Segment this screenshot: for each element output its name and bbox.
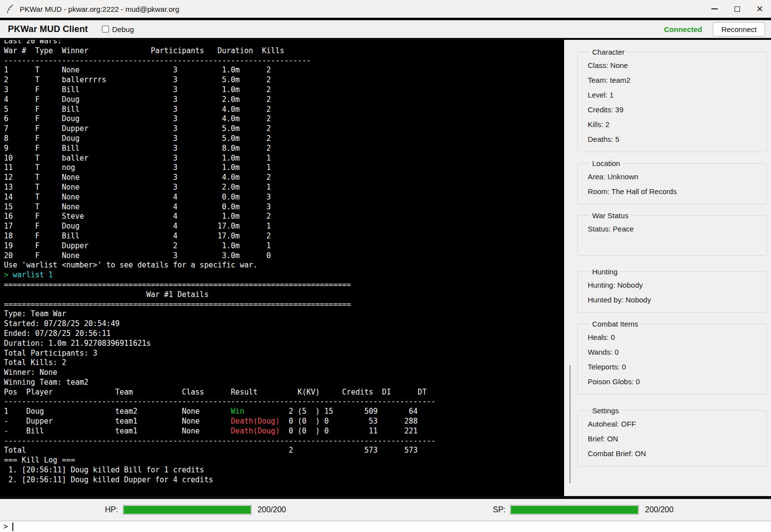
character-team: Team: team2	[588, 73, 763, 88]
war-detail-field: Started: 07/28/25 20:54:49	[4, 319, 564, 329]
war-table-row: 9 F Bill 3 8.0m 2	[4, 144, 564, 154]
war-table-row: 4 F Doug 3 2.0m 2	[4, 95, 564, 105]
war-table-row: 10 T baller 3 1.0m 1	[4, 154, 564, 164]
reconnect-button[interactable]: Reconnect	[713, 22, 765, 36]
app-title: PKWar MUD Client	[8, 24, 88, 34]
close-icon: ✕	[756, 5, 763, 13]
minimize-icon	[711, 8, 718, 9]
terminal-line: ----------------------------------------…	[4, 56, 564, 66]
panel-title-hunting: Hunting	[590, 267, 620, 276]
war-details-title: War #1 Details	[4, 290, 564, 300]
close-button[interactable]: ✕	[748, 0, 771, 18]
war-detail-field: Type: Team War	[4, 309, 564, 319]
war-status-status: Status: Peace	[588, 222, 763, 236]
war-table-row: 16 F Steve 4 1.0m 2	[4, 212, 564, 222]
panel-title-settings: Settings	[590, 406, 621, 415]
combat-items-poison-globs: Poison Globs: 0	[588, 374, 763, 389]
war-list-title: Last 20 Wars:	[4, 40, 564, 46]
sidebar: CharacterClass: NoneTeam: team2Level: 1C…	[564, 40, 771, 496]
panel-settings: SettingsAutoheal: OFFBrief: ONCombat Bri…	[577, 406, 767, 466]
war-table-row: 8 F Doug 3 5.0m 2	[4, 134, 564, 144]
connection-status: Connected	[664, 25, 703, 33]
hunting-hunted-by: Hunted by: Nobody	[588, 293, 763, 307]
player-table-row: 1 Doug team2 None Win 2 (5 ) 15 509 64	[4, 407, 564, 417]
war-detail-field: Winning Team: team2	[4, 378, 564, 388]
terminal-line: ----------------------------------------…	[4, 436, 564, 446]
minimize-button[interactable]	[703, 0, 726, 18]
character-level: Level: 1	[588, 88, 763, 102]
player-table-row: - Dupper team1 None Death(Doug) 0 (0 ) 0…	[4, 417, 564, 427]
input-prompt: >	[3, 522, 8, 531]
war-detail-field: Total Participants: 3	[4, 349, 564, 359]
app-window: PKWar MUD - pkwar.org:2222 - mud@pkwar.o…	[0, 0, 771, 532]
war-table-row: 6 F Doug 3 4.0m 2	[4, 114, 564, 124]
war-table-row: 5 F Bill 3 4.0m 2	[4, 105, 564, 115]
character-deaths: Deaths: 5	[588, 132, 763, 147]
kill-log-entry: 1. [20:56:11] Doug killed Bill for 1 cre…	[4, 466, 564, 475]
toolbar: PKWar MUD Client Debug Connected Reconne…	[0, 18, 771, 40]
hp-bar	[123, 505, 252, 515]
war-table-row: 19 F Dupper 2 1.0m 1	[4, 241, 564, 251]
war-table-header: War # Type Winner Participants Duration …	[4, 46, 564, 56]
settings-brief: Brief: ON	[588, 432, 763, 446]
hunting-hunting: Hunting: Nobody	[588, 278, 763, 293]
panel-character: CharacterClass: NoneTeam: team2Level: 1C…	[577, 48, 767, 152]
panel-war-status: War StatusStatus: Peace	[577, 211, 767, 256]
settings-autoheal: Autoheal: OFF	[588, 417, 763, 432]
sp-bar	[510, 505, 639, 515]
terminal-output[interactable]: Last 20 Wars:War # Type Winner Participa…	[0, 40, 564, 496]
character-credits: Credits: 39	[588, 102, 763, 117]
war-table-row: 18 F Bill 4 17.0m 2	[4, 232, 564, 241]
terminal-line: ========================================…	[4, 280, 564, 290]
location-room: Room: The Hall of Records	[588, 184, 763, 199]
panel-location: LocationArea: UnknownRoom: The Hall of R…	[577, 159, 767, 204]
terminal-line: ========================================…	[4, 300, 564, 310]
combat-items-wands: Wands: 0	[588, 345, 763, 360]
terminal-scrollbar-thumb[interactable]	[570, 365, 570, 483]
maximize-icon	[735, 6, 740, 12]
hp-label: HP:	[105, 505, 118, 514]
maximize-button[interactable]	[726, 0, 748, 18]
window-title: PKWar MUD - pkwar.org:2222 - mud@pkwar.o…	[20, 5, 179, 13]
echoed-command: > warlist 1	[4, 270, 564, 280]
war-table-row: 1 T None 3 1.0m 2	[4, 66, 564, 75]
combat-items-teleports: Teleports: 0	[588, 360, 763, 374]
panel-title-combat-items: Combat Items	[590, 320, 640, 328]
kill-log-title: === Kill Log ===	[4, 456, 564, 466]
status-bar: HP: 200/200 SP: 200/200	[0, 499, 771, 521]
war-table-row: 2 T ballerrrrs 3 5.0m 2	[4, 75, 564, 85]
war-table-row: 15 T None 4 0.0m 3	[4, 202, 564, 212]
debug-checkbox[interactable]	[102, 26, 109, 33]
text-cursor	[12, 523, 13, 531]
settings-combat-brief: Combat Brief: ON	[588, 446, 763, 461]
war-detail-field: Total Kills: 2	[4, 358, 564, 368]
war-table-row: 11 T nog 3 1.0m 1	[4, 163, 564, 173]
command-input[interactable]: >	[0, 521, 771, 532]
feather-app-icon	[6, 4, 15, 14]
war-detail-field: Ended: 07/28/25 20:56:11	[4, 329, 564, 339]
war-table-row: 17 F Doug 4 17.0m 1	[4, 222, 564, 232]
war-table-row: 20 F None 3 3.0m 0	[4, 251, 564, 261]
character-kills: Kills: 2	[588, 117, 763, 132]
player-table-row: - Bill team1 None Death(Doug) 0 (0 ) 0 1…	[4, 427, 564, 436]
panel-combat-items: Combat ItemsHeals: 0Wands: 0Teleports: 0…	[577, 320, 767, 395]
player-table-header: Pos Player Team Class Result K(KV) Credi…	[4, 388, 564, 398]
war-table-row: 14 T None 4 0.0m 3	[4, 193, 564, 202]
panel-title-character: Character	[590, 48, 627, 56]
character-class: Class: None	[588, 58, 763, 73]
war-table-row: 13 T None 3 2.0m 1	[4, 183, 564, 193]
terminal-line: ----------------------------------------…	[4, 397, 564, 407]
war-table-row: 12 T None 3 4.0m 2	[4, 173, 564, 183]
war-table-row: 3 F Bill 3 1.0m 2	[4, 85, 564, 95]
title-bar: PKWar MUD - pkwar.org:2222 - mud@pkwar.o…	[0, 0, 771, 18]
debug-label: Debug	[112, 25, 134, 33]
window-controls: ✕	[703, 0, 771, 18]
panel-title-location: Location	[590, 159, 623, 167]
war-detail-field: Duration: 1.0m 21.92708396911621s	[4, 339, 564, 349]
debug-toggle[interactable]: Debug	[102, 25, 134, 33]
war-table-row: 7 F Dupper 3 5.0m 2	[4, 124, 564, 134]
sp-value: 200/200	[645, 505, 673, 514]
war-list-hint: Use 'warlist <number>' to see details fo…	[4, 261, 564, 270]
main-area: Last 20 Wars:War # Type Winner Participa…	[0, 40, 771, 499]
panel-hunting: HuntingHunting: NobodyHunted by: Nobody	[577, 267, 767, 313]
